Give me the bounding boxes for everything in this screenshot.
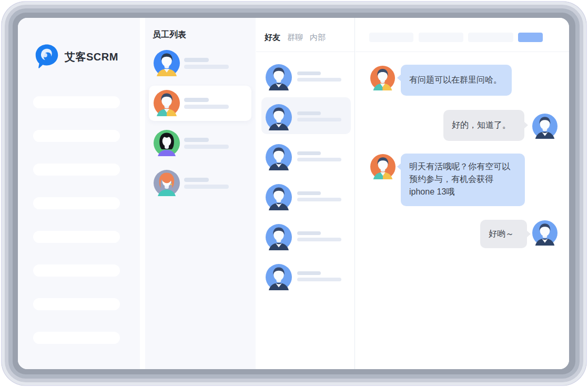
male-blue-suit-avatar-icon — [266, 64, 292, 90]
chat-header-placeholder — [468, 33, 513, 42]
subtitle-placeholder — [184, 185, 229, 189]
friend-list-item-selected[interactable] — [256, 100, 355, 135]
employee-list-item[interactable] — [145, 46, 256, 81]
outgoing-message-bubble: 好哟～ — [480, 220, 527, 248]
employee-list-panel: 员工列表 — [145, 18, 256, 369]
subtitle-placeholder — [297, 238, 341, 241]
friend-list-item[interactable] — [256, 260, 355, 294]
sidebar-menu-item-placeholder[interactable] — [33, 197, 120, 209]
incoming-message-bubble: 有问题可以在群里问哈。 — [401, 65, 512, 96]
incoming-message-bubble: 明天有活哦呢？你有空可以预约参与，有机会获得iphone 13哦 — [401, 154, 525, 206]
name-placeholder — [297, 231, 321, 235]
male-blue-suit-avatar-icon — [266, 264, 292, 290]
sidebar-menu-item-placeholder[interactable] — [33, 298, 120, 310]
employee-list-item[interactable] — [145, 126, 256, 161]
subtitle-placeholder — [184, 65, 229, 69]
tab-internal[interactable]: 内部 — [310, 33, 326, 43]
sidebar-menu-item-placeholder[interactable] — [33, 96, 120, 108]
male-orange-avatar-icon — [370, 66, 395, 90]
contacts-tab-bar: 好友 群聊 内部 — [256, 18, 354, 52]
male-blue-suit-avatar-icon — [266, 144, 292, 170]
sidebar-menu — [33, 96, 120, 365]
employee-panel-title: 员工列表 — [153, 29, 186, 40]
tab-group-chats[interactable]: 群聊 — [287, 33, 303, 43]
name-placeholder — [184, 178, 209, 182]
friend-list-item[interactable] — [256, 220, 355, 254]
name-placeholder — [297, 191, 321, 195]
name-placeholder — [297, 151, 321, 155]
name-placeholder — [184, 58, 209, 62]
sidebar-menu-item-placeholder[interactable] — [33, 332, 120, 344]
employee-list-item-selected[interactable] — [145, 86, 256, 121]
scrm-app-window: 艾客SCRM 员工列表 — [18, 18, 569, 369]
employee-list-item[interactable] — [145, 166, 256, 201]
chat-header-action-button[interactable] — [518, 33, 543, 42]
subtitle-placeholder — [184, 105, 229, 109]
name-placeholder — [297, 271, 321, 275]
friend-list-item[interactable] — [256, 180, 355, 215]
subtitle-placeholder — [297, 158, 341, 161]
name-placeholder — [297, 111, 321, 115]
name-placeholder — [184, 98, 209, 102]
female-green-avatar-icon — [154, 130, 180, 156]
name-placeholder — [184, 138, 209, 142]
male-blue-suit-avatar-icon — [532, 220, 557, 246]
contacts-panel: 好友 群聊 内部 — [256, 18, 355, 369]
chat-header-placeholder — [369, 33, 413, 42]
friend-list-item[interactable] — [256, 60, 355, 95]
male-blue-suit-avatar-icon — [266, 104, 292, 130]
sidebar-menu-item-placeholder[interactable] — [33, 264, 120, 277]
speech-bubble-icon — [35, 43, 59, 71]
chat-header — [356, 18, 569, 52]
sidebar-menu-item-placeholder[interactable] — [33, 231, 120, 243]
subtitle-placeholder — [297, 118, 341, 121]
sidebar: 艾客SCRM — [18, 18, 140, 369]
brand-logo: 艾客SCRM — [35, 43, 118, 71]
subtitle-placeholder — [297, 278, 341, 281]
outgoing-message-bubble: 好的，知道了。 — [443, 110, 524, 141]
male-blue-suit-avatar-icon — [532, 114, 557, 139]
chat-panel: 有问题可以在群里问哈。 好的，知道了。 明天有活哦呢？你有空可以预约参与，有机会… — [356, 18, 569, 369]
sidebar-menu-item-placeholder[interactable] — [33, 164, 120, 176]
chat-header-placeholder — [419, 33, 463, 42]
name-placeholder — [297, 72, 321, 75]
friend-list-item[interactable] — [256, 140, 355, 175]
brand-logo-text: 艾客SCRM — [65, 50, 118, 64]
male-orange-avatar-icon — [154, 90, 180, 116]
subtitle-placeholder — [297, 78, 341, 82]
male-orange-avatar-icon — [370, 154, 396, 179]
tab-friends[interactable]: 好友 — [265, 33, 280, 43]
screenshot-stage: 艾客SCRM 员工列表 — [0, 0, 588, 387]
male-blue-avatar-icon — [154, 50, 180, 76]
male-blue-suit-avatar-icon — [266, 224, 292, 250]
sidebar-menu-item-placeholder[interactable] — [33, 130, 120, 142]
subtitle-placeholder — [184, 145, 229, 149]
subtitle-placeholder — [297, 198, 341, 201]
male-blue-suit-avatar-icon — [266, 184, 292, 210]
female-gray-avatar-icon — [154, 170, 180, 196]
